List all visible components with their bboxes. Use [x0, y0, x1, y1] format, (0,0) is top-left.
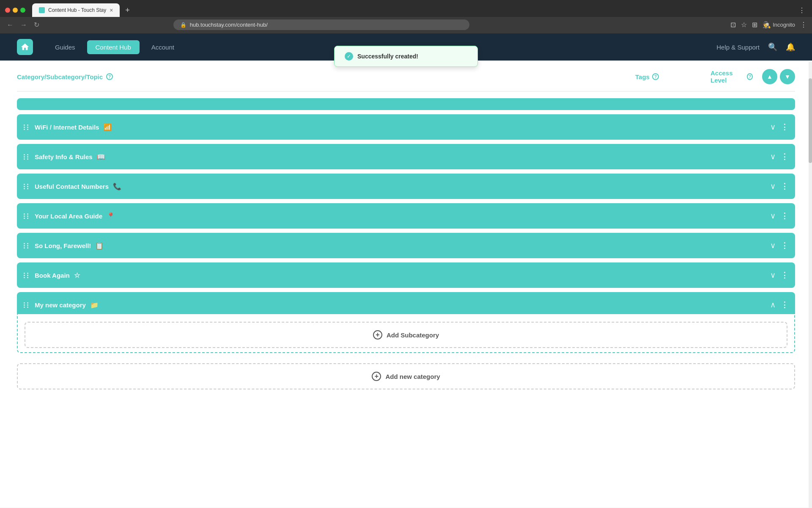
back-btn[interactable]: ←	[5, 20, 15, 30]
sort-up-btn[interactable]: ▲	[762, 69, 777, 84]
tab-favicon	[39, 7, 45, 13]
window-maximize-btn[interactable]	[20, 8, 25, 13]
local-guide-icon: 📍	[107, 212, 115, 220]
category-actions-book-again: ∨ ⋮	[770, 271, 788, 280]
access-help-icon[interactable]: ?	[747, 73, 753, 80]
category-actions-new-category: ∧ ⋮	[770, 300, 788, 309]
scrollbar[interactable]	[809, 61, 812, 508]
category-actions-wifi: ∨ ⋮	[770, 122, 788, 132]
category-actions-contacts: ∨ ⋮	[770, 182, 788, 191]
add-new-category-label: Add new category	[385, 373, 440, 380]
sort-buttons: ▲ ▼	[762, 69, 795, 84]
sort-down-btn[interactable]: ▼	[780, 69, 795, 84]
refresh-btn[interactable]: ↻	[32, 20, 41, 30]
drag-handle-book-again[interactable]	[24, 273, 30, 278]
tags-col-label: Tags	[635, 73, 650, 80]
extensions-icon[interactable]: ⊞	[752, 21, 757, 29]
category-label-book-again: Book Again ☆	[35, 271, 770, 279]
app-logo[interactable]	[17, 39, 33, 55]
category-row-wifi[interactable]: WiFi / Internet Details 📶 ∨ ⋮	[17, 114, 795, 140]
col-access-header: Access Level ? ▲ ▼	[710, 69, 795, 84]
add-new-category-section: + Add new category	[17, 362, 795, 391]
add-subcategory-btn[interactable]: + Add Subcategory	[25, 322, 787, 348]
new-tab-btn[interactable]: +	[121, 4, 133, 16]
category-help-icon[interactable]: ?	[106, 73, 113, 80]
category-expanded-new: + Add Subcategory	[17, 314, 795, 353]
category-row-safety[interactable]: Safety Info & Rules 📖 ∨ ⋮	[17, 144, 795, 169]
more-btn-safety[interactable]: ⋮	[781, 152, 788, 161]
more-btn-contacts[interactable]: ⋮	[781, 182, 788, 191]
address-bar[interactable]: 🔒 hub.touchstay.com/content-hub/	[173, 19, 469, 30]
col-tags-header: Tags ?	[584, 73, 710, 80]
category-text-book-again: Book Again	[35, 272, 70, 279]
farewell-icon: 📋	[95, 242, 104, 250]
expand-btn-farewell[interactable]: ∨	[770, 241, 776, 250]
new-category-icon: 📁	[90, 301, 99, 309]
book-again-icon: ☆	[74, 271, 80, 279]
category-text-wifi: WiFi / Internet Details	[35, 124, 99, 131]
more-btn-new-category[interactable]: ⋮	[781, 300, 788, 309]
tab-close-btn[interactable]: ×	[110, 7, 113, 14]
category-label-new-category: My new category 📁	[35, 301, 770, 309]
contacts-icon: 📞	[113, 182, 121, 190]
category-row-farewell[interactable]: So Long, Farewell! 📋 ∨ ⋮	[17, 233, 795, 258]
home-logo-icon	[20, 42, 30, 52]
expand-btn-wifi[interactable]: ∨	[770, 122, 776, 132]
category-section-new: My new category 📁 ∧ ⋮ + Add Subcategory	[17, 292, 795, 353]
category-col-label: Category/Subcategory/Topic	[17, 73, 103, 80]
drag-handle-contacts[interactable]	[24, 184, 30, 189]
category-row-contacts[interactable]: Useful Contact Numbers 📞 ∨ ⋮	[17, 174, 795, 199]
window-minimize-btn[interactable]	[13, 8, 18, 13]
more-btn-local-guide[interactable]: ⋮	[781, 211, 788, 221]
expand-btn-safety[interactable]: ∨	[770, 152, 776, 161]
tab-title-label: Content Hub - Touch Stay	[48, 7, 106, 13]
category-row-local-guide[interactable]: Your Local Area Guide 📍 ∨ ⋮	[17, 203, 795, 229]
category-label-safety: Safety Info & Rules 📖	[35, 153, 770, 161]
drag-handle-farewell[interactable]	[24, 243, 30, 248]
collapse-btn-new-category[interactable]: ∧	[770, 300, 776, 309]
drag-handle-local-guide[interactable]	[24, 213, 30, 219]
nav-guides[interactable]: Guides	[47, 40, 84, 54]
category-label-contacts: Useful Contact Numbers 📞	[35, 182, 770, 190]
window-close-btn[interactable]	[5, 8, 10, 13]
expand-btn-book-again[interactable]: ∨	[770, 271, 776, 280]
drag-handle-safety[interactable]	[24, 154, 30, 160]
category-row-new-category[interactable]: My new category 📁 ∧ ⋮	[17, 292, 795, 318]
drag-handle-new-category[interactable]	[24, 302, 30, 308]
nav-content-hub[interactable]: Content Hub	[87, 40, 140, 54]
category-text-contacts: Useful Contact Numbers	[35, 183, 109, 190]
add-subcategory-label: Add Subcategory	[387, 331, 439, 339]
url-display: hub.touchstay.com/content-hub/	[190, 22, 268, 28]
expand-btn-local-guide[interactable]: ∨	[770, 211, 776, 221]
browser-tab-active[interactable]: Content Hub - Touch Stay ×	[32, 3, 120, 17]
category-text-new-category: My new category	[35, 301, 86, 309]
bookmark-icon[interactable]: ☆	[741, 21, 747, 29]
forward-btn[interactable]: →	[19, 20, 29, 30]
browser-menu-btn[interactable]: ⋮	[797, 5, 807, 16]
lock-icon: 🔒	[180, 22, 187, 28]
category-text-local-guide: Your Local Area Guide	[35, 213, 102, 220]
search-btn[interactable]: 🔍	[768, 42, 777, 52]
more-btn-book-again[interactable]: ⋮	[781, 271, 788, 280]
drag-handle-wifi[interactable]	[24, 124, 30, 130]
category-label-farewell: So Long, Farewell! 📋	[35, 242, 770, 250]
nav-help-support[interactable]: Help & Support	[716, 44, 760, 51]
tags-help-icon[interactable]: ?	[652, 73, 659, 80]
safety-icon: 📖	[97, 153, 105, 161]
more-btn-wifi[interactable]: ⋮	[781, 122, 788, 132]
category-row-book-again[interactable]: Book Again ☆ ∨ ⋮	[17, 262, 795, 288]
add-new-category-btn[interactable]: + Add new category	[17, 363, 795, 389]
scroll-thumb[interactable]	[809, 78, 812, 163]
browser-overflow-btn[interactable]: ⋮	[800, 21, 807, 29]
expand-btn-contacts[interactable]: ∨	[770, 182, 776, 191]
access-col-label: Access Level	[710, 69, 744, 84]
nav-account[interactable]: Account	[143, 40, 183, 54]
toast-check-icon: ✓	[345, 52, 353, 61]
notifications-btn[interactable]: 🔔	[786, 42, 795, 52]
nav-right-area: Help & Support 🔍 🔔	[716, 42, 795, 52]
cast-icon[interactable]: ⊡	[730, 21, 736, 29]
category-list: WiFi / Internet Details 📶 ∨ ⋮ Safety Inf…	[17, 114, 795, 391]
toast-message: Successfully created!	[357, 53, 418, 60]
more-btn-farewell[interactable]: ⋮	[781, 241, 788, 250]
wifi-icon: 📶	[103, 123, 112, 131]
